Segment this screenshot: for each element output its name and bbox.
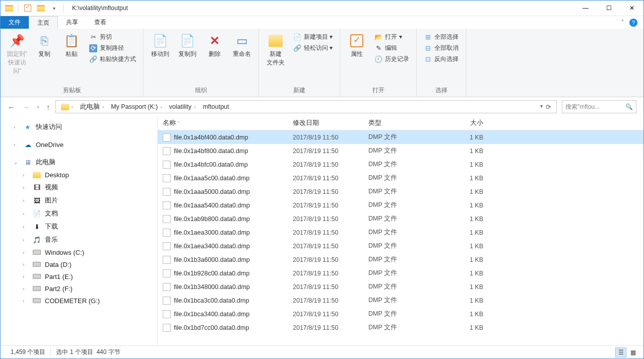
breadcrumb-drive[interactable]: My Passport (K:)› bbox=[108, 103, 166, 110]
rename-button[interactable]: ▭重命名 bbox=[229, 31, 254, 60]
copy-path-button[interactable]: ⟳复制路径 bbox=[86, 43, 139, 53]
address-bar[interactable]: › 此电脑› My Passport (K:)› volatility› mft… bbox=[55, 100, 557, 113]
address-dropdown-icon[interactable]: ▾ bbox=[540, 103, 543, 111]
tab-share[interactable]: 共享 bbox=[58, 16, 86, 29]
back-button[interactable]: ← bbox=[8, 103, 15, 111]
paste-shortcut-button[interactable]: 🔗粘贴快捷方式 bbox=[86, 54, 139, 64]
select-none-button[interactable]: ⊟全部取消 bbox=[421, 43, 462, 53]
file-type: DMP 文件 bbox=[368, 282, 444, 291]
select-all-button[interactable]: ⊞全部选择 bbox=[421, 32, 462, 42]
navigation-pane[interactable]: ›★快速访问 ›☁OneDrive ⌄🖥此电脑 ›Desktop ›🎞视频 ›🖼… bbox=[1, 116, 158, 345]
file-row[interactable]: file.0x1a4bf800.data0.dmp2017/8/19 11:50… bbox=[158, 144, 643, 158]
file-name: file.0x1b3a6000.data0.dmp bbox=[174, 256, 250, 263]
column-headers[interactable]: 名称 ˄ 修改日期 类型 大小 bbox=[158, 116, 643, 130]
easy-access-button[interactable]: 🔗轻松访问 ▾ bbox=[290, 43, 336, 53]
file-list[interactable]: file.0x1a4bf400.data0.dmp2017/8/19 11:50… bbox=[158, 130, 643, 345]
new-item-button[interactable]: 📄新建项目 ▾ bbox=[290, 32, 336, 42]
history-button[interactable]: 🕘历史记录 bbox=[371, 54, 412, 64]
nav-arrows: ← → ▾ ↑ bbox=[8, 103, 50, 111]
paste-button[interactable]: 📋粘贴 bbox=[59, 31, 84, 60]
search-input[interactable]: 搜索"mftou... 🔍 bbox=[562, 100, 636, 113]
file-row[interactable]: file.0x1bd7cc00.data0.dmp2017/8/19 11:50… bbox=[158, 321, 643, 334]
nav-music[interactable]: ›🎵音乐 bbox=[1, 233, 157, 246]
open-button[interactable]: 📂打开 ▾ bbox=[371, 32, 412, 42]
nav-pictures[interactable]: ›🖼图片 bbox=[1, 194, 157, 207]
file-type: DMP 文件 bbox=[368, 214, 444, 223]
column-type[interactable]: 类型 bbox=[368, 119, 444, 127]
file-row[interactable]: file.0x1bca3c00.data0.dmp2017/8/19 11:50… bbox=[158, 294, 643, 307]
column-size[interactable]: 大小 bbox=[444, 119, 489, 127]
moveto-button[interactable]: 📄移动到 bbox=[148, 31, 173, 60]
cut-button[interactable]: ✂剪切 bbox=[86, 32, 139, 42]
status-selected: 选中 1 个项目 440 字节 bbox=[51, 348, 125, 356]
file-name: file.0x1aaa5400.data0.dmp bbox=[174, 202, 250, 209]
nav-onedrive[interactable]: ›☁OneDrive bbox=[1, 138, 157, 151]
pin-quickaccess-button[interactable]: 📌固定到" 快速访问" bbox=[5, 31, 30, 78]
up-button[interactable]: ↑ bbox=[46, 103, 50, 111]
file-row[interactable]: file.0x1aea3400.data0.dmp2017/8/19 11:50… bbox=[158, 239, 643, 253]
file-icon bbox=[163, 242, 171, 250]
view-details-button[interactable]: ☰ bbox=[615, 347, 626, 357]
file-icon bbox=[163, 147, 171, 155]
delete-button[interactable]: ✕删除 bbox=[202, 31, 227, 60]
copy-button[interactable]: ⎘复制 bbox=[32, 31, 57, 60]
file-row[interactable]: file.0x1aaa5400.data0.dmp2017/8/19 11:50… bbox=[158, 198, 643, 212]
tab-file[interactable]: 文件 bbox=[1, 16, 29, 29]
nav-part1-e[interactable]: ›Part1 (E:) bbox=[1, 270, 157, 282]
nav-this-pc[interactable]: ⌄🖥此电脑 bbox=[1, 156, 157, 169]
refresh-icon[interactable]: ⟳ bbox=[546, 103, 551, 111]
file-row[interactable]: file.0x1ab9b800.data0.dmp2017/8/19 11:50… bbox=[158, 212, 643, 226]
file-row[interactable]: file.0x1aaa5c00.data0.dmp2017/8/19 11:50… bbox=[158, 171, 643, 185]
file-row[interactable]: file.0x1bca3400.data0.dmp2017/8/19 11:50… bbox=[158, 307, 643, 321]
file-size: 1 KB bbox=[444, 188, 489, 195]
qat-properties-icon[interactable] bbox=[22, 3, 33, 14]
nav-desktop[interactable]: ›Desktop bbox=[1, 169, 157, 181]
nav-quick-access[interactable]: ›★快速访问 bbox=[1, 120, 157, 133]
tab-view[interactable]: 查看 bbox=[86, 16, 114, 29]
file-row[interactable]: file.0x1aea3000.data0.dmp2017/8/19 11:50… bbox=[158, 226, 643, 239]
nav-part2-f[interactable]: ›Part2 (F:) bbox=[1, 282, 157, 295]
qat-dropdown-icon[interactable]: ▾ bbox=[48, 3, 59, 14]
nav-windows-c[interactable]: ›Windows (C:) bbox=[1, 246, 157, 258]
file-row[interactable]: file.0x1b348000.data0.dmp2017/8/19 11:50… bbox=[158, 280, 643, 294]
forward-button[interactable]: → bbox=[22, 103, 30, 111]
file-date: 2017/8/19 11:50 bbox=[293, 243, 368, 250]
nav-codemeter-g[interactable]: ›CODEMETER (G:) bbox=[1, 295, 157, 307]
breadcrumb-root-icon[interactable]: › bbox=[58, 104, 77, 110]
nav-documents[interactable]: ›📄文档 bbox=[1, 207, 157, 220]
new-folder-button[interactable]: 新建 文件夹 bbox=[263, 31, 288, 69]
ribbon-group-organize: 📄移动到 📄复制到 ✕删除 ▭重命名 组织 bbox=[144, 29, 259, 97]
nav-data-d[interactable]: ›Data (D:) bbox=[1, 258, 157, 270]
file-row[interactable]: file.0x1a4bfc00.data0.dmp2017/8/19 11:50… bbox=[158, 158, 643, 171]
breadcrumb-folder1[interactable]: volatility› bbox=[166, 103, 200, 110]
file-row[interactable]: file.0x1b928c00.data0.dmp2017/8/19 11:50… bbox=[158, 266, 643, 280]
view-icons-button[interactable]: ▦ bbox=[627, 347, 638, 357]
breadcrumb-thispc[interactable]: 此电脑› bbox=[77, 103, 108, 111]
recent-dropdown-icon[interactable]: ▾ bbox=[37, 104, 39, 110]
nav-videos[interactable]: ›🎞视频 bbox=[1, 181, 157, 194]
edit-button[interactable]: ✎编辑 bbox=[371, 43, 412, 53]
column-date[interactable]: 修改日期 bbox=[293, 119, 368, 127]
invert-selection-button[interactable]: ⊡反向选择 bbox=[421, 54, 462, 64]
file-row[interactable]: file.0x1b3a6000.data0.dmp2017/8/19 11:50… bbox=[158, 253, 643, 266]
file-type: DMP 文件 bbox=[368, 187, 444, 196]
properties-button[interactable]: 属性 bbox=[344, 31, 369, 60]
file-size: 1 KB bbox=[444, 148, 489, 155]
breadcrumb-folder2[interactable]: mftoutput bbox=[200, 103, 232, 110]
file-icon bbox=[163, 269, 171, 277]
collapse-ribbon-icon[interactable]: ˄ bbox=[621, 19, 624, 26]
nav-downloads[interactable]: ›⬇下载 bbox=[1, 220, 157, 233]
qat-newfolder-icon[interactable] bbox=[35, 3, 46, 14]
app-icon[interactable] bbox=[4, 3, 15, 14]
file-row[interactable]: file.0x1a4bf400.data0.dmp2017/8/19 11:50… bbox=[158, 130, 643, 144]
maximize-button[interactable]: ☐ bbox=[597, 1, 620, 16]
help-icon[interactable]: ? bbox=[629, 19, 637, 27]
tab-home[interactable]: 主页 bbox=[29, 16, 58, 29]
minimize-button[interactable]: — bbox=[574, 1, 597, 16]
file-name: file.0x1b348000.data0.dmp bbox=[174, 283, 250, 291]
copyto-button[interactable]: 📄复制到 bbox=[175, 31, 200, 60]
close-button[interactable]: ✕ bbox=[620, 1, 643, 16]
file-row[interactable]: file.0x1aaa5000.data0.dmp2017/8/19 11:50… bbox=[158, 185, 643, 198]
column-name[interactable]: 名称 ˄ bbox=[163, 119, 293, 127]
ribbon-group-new: 新建 文件夹 📄新建项目 ▾ 🔗轻松访问 ▾ 新建 bbox=[259, 29, 340, 97]
